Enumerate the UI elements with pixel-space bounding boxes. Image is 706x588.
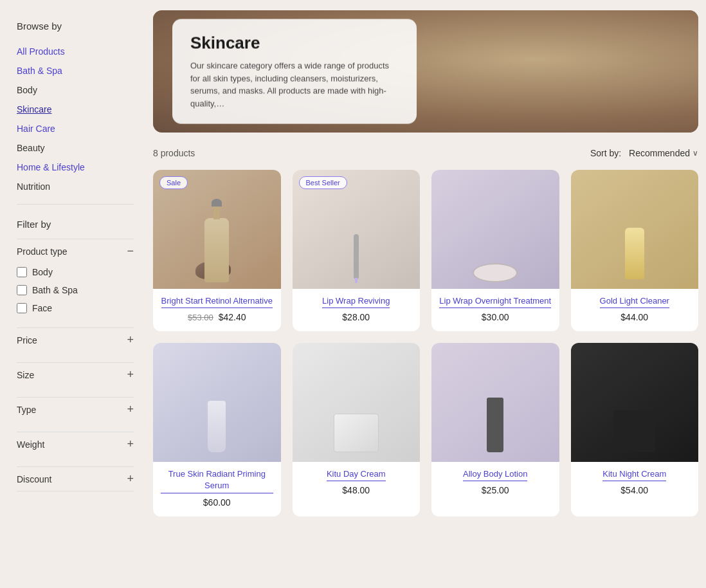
product-price-day-cream: $48.00 xyxy=(300,485,413,495)
filter-discount-bottom-divider xyxy=(17,491,134,492)
sort-label: Sort by: xyxy=(590,148,621,158)
sidebar-item-skincare[interactable]: Skincare xyxy=(8,100,143,119)
sort-control[interactable]: Sort by: Recommended ∨ xyxy=(590,148,698,158)
filter-discount-toggle[interactable]: + xyxy=(127,472,134,486)
product-info-lip-reviving: Lip Wrap Reviving $28.00 xyxy=(293,289,421,331)
filter-price-header[interactable]: Price + xyxy=(8,328,143,352)
product-name-retinol: Bright Start Retinol Alternative xyxy=(161,295,273,308)
product-card-night-cream[interactable]: Kitu Night Cream $54.00 xyxy=(571,343,699,516)
filter-checkbox-face[interactable]: Face xyxy=(8,299,143,317)
filter-group-price: Price + xyxy=(8,322,143,357)
filter-size-header[interactable]: Size + xyxy=(8,363,143,387)
product-badge-best-seller: Best Seller xyxy=(299,176,347,189)
filter-group-discount: Discount + xyxy=(8,461,143,497)
product-img-day-cream xyxy=(293,343,421,462)
filter-price-label: Price xyxy=(17,335,37,345)
product-img-gold-cleaner xyxy=(571,170,699,289)
product-info-day-cream: Kitu Day Cream $48.00 xyxy=(293,462,421,504)
bottle-shape-retinol xyxy=(204,218,229,282)
sidebar-item-body[interactable]: Body xyxy=(8,80,143,100)
browse-by-heading: Browse by xyxy=(8,15,143,42)
product-name-day-cream: Kitu Day Cream xyxy=(300,468,413,481)
box-shape-kitu xyxy=(334,414,379,452)
sidebar-item-hair-care[interactable]: Hair Care xyxy=(8,119,143,138)
filter-checkbox-body-label: Body xyxy=(32,267,53,277)
product-card-priming-serum[interactable]: True Skin Radiant Priming Serum $60.00 xyxy=(153,343,281,516)
product-img-lip-overnight xyxy=(431,170,559,289)
tube-shape-priming xyxy=(208,401,226,452)
hero-title: Skincare xyxy=(190,33,399,53)
filter-type-header[interactable]: Type + xyxy=(8,398,143,421)
product-original-price-retinol: $53.00 xyxy=(188,313,213,322)
filter-type-toggle[interactable]: + xyxy=(127,403,134,416)
sort-chevron-icon: ∨ xyxy=(692,149,698,158)
sidebar: Browse by All Products Bath & Spa Body S… xyxy=(8,10,143,517)
product-price-body-lotion: $25.00 xyxy=(439,485,552,495)
filter-product-type-label: Product type xyxy=(17,246,68,257)
filter-discount-header[interactable]: Discount + xyxy=(8,467,143,491)
product-img-lip-reviving: Best Seller xyxy=(293,170,421,289)
filter-checkbox-bath-spa[interactable]: Bath & Spa xyxy=(8,281,143,299)
box-shape-night xyxy=(613,410,655,452)
sidebar-divider xyxy=(17,204,134,205)
filter-type-label: Type xyxy=(17,405,36,415)
product-name-priming-serum: True Skin Radiant Priming Serum xyxy=(161,468,273,493)
bottle-shape-gold xyxy=(625,228,644,279)
hero-banner: Skincare Our skincare category offers a … xyxy=(153,10,698,133)
products-count: 8 products xyxy=(153,148,195,158)
product-name-lip-reviving: Lip Wrap Reviving xyxy=(300,295,413,308)
filter-checkbox-body[interactable]: Body xyxy=(8,263,143,281)
product-price-lip-overnight: $30.00 xyxy=(439,312,552,322)
product-name-body-lotion: Alloy Body Lotion xyxy=(439,468,552,481)
product-card-body-lotion[interactable]: Alloy Body Lotion $25.00 xyxy=(431,343,559,516)
product-price-priming-serum: $60.00 xyxy=(161,497,273,508)
filter-size-toggle[interactable]: + xyxy=(127,368,134,381)
filter-checkbox-face-input[interactable] xyxy=(17,303,27,313)
filter-group-size: Size + xyxy=(8,357,143,392)
bottle-shape-lotion xyxy=(487,398,503,452)
product-sale-price-retinol: $42.40 xyxy=(219,312,246,322)
main-content: Skincare Our skincare category offers a … xyxy=(143,10,698,517)
product-img-priming xyxy=(153,343,281,462)
filter-group-product-type: Product type − Body Bath & Spa Face xyxy=(8,234,143,322)
sidebar-item-nutrition[interactable]: Nutrition xyxy=(8,177,143,196)
filter-weight-header[interactable]: Weight + xyxy=(8,432,143,456)
product-name-gold-cleaner: Gold Light Cleaner xyxy=(579,295,691,308)
product-name-lip-overnight: Lip Wrap Overnight Treatment xyxy=(439,295,552,308)
product-info-night-cream: Kitu Night Cream $54.00 xyxy=(571,462,699,504)
products-grid: Sale Bright Start Retinol Alternative $5… xyxy=(153,170,698,517)
sidebar-item-beauty[interactable]: Beauty xyxy=(8,138,143,158)
products-header: 8 products Sort by: Recommended ∨ xyxy=(153,148,698,158)
filter-product-type-toggle[interactable]: − xyxy=(127,244,134,258)
filter-checkbox-body-input[interactable] xyxy=(17,267,27,277)
sidebar-item-home-lifestyle[interactable]: Home & Lifestyle xyxy=(8,158,143,177)
product-price-retinol: $53.00 $42.40 xyxy=(161,312,273,322)
filter-price-toggle[interactable]: + xyxy=(127,333,134,347)
product-card-lip-reviving[interactable]: Best Seller Lip Wrap Reviving $28.00 xyxy=(293,170,421,331)
product-img-retinol: Sale xyxy=(153,170,281,289)
filter-group-weight: Weight + xyxy=(8,427,143,461)
product-card-gold-cleaner[interactable]: Gold Light Cleaner $44.00 xyxy=(571,170,699,331)
product-card-day-cream[interactable]: Kitu Day Cream $48.00 xyxy=(293,343,421,516)
product-info-body-lotion: Alloy Body Lotion $25.00 xyxy=(431,462,559,504)
product-price-lip-reviving: $28.00 xyxy=(300,312,413,322)
filter-product-type-header[interactable]: Product type − xyxy=(8,239,143,263)
filter-weight-toggle[interactable]: + xyxy=(127,437,134,451)
hero-description: Our skincare category offers a wide rang… xyxy=(190,60,399,110)
sort-value: Recommended xyxy=(629,148,690,158)
product-card-lip-overnight[interactable]: Lip Wrap Overnight Treatment $30.00 xyxy=(431,170,559,331)
filter-weight-label: Weight xyxy=(17,439,44,450)
product-info-lip-overnight: Lip Wrap Overnight Treatment $30.00 xyxy=(431,289,559,331)
sidebar-item-bath-spa[interactable]: Bath & Spa xyxy=(8,61,143,80)
sidebar-item-all-products[interactable]: All Products xyxy=(8,42,143,61)
filter-size-label: Size xyxy=(17,370,34,380)
product-info-gold-cleaner: Gold Light Cleaner $44.00 xyxy=(571,289,699,331)
jar-shape-lip xyxy=(473,263,518,282)
filter-checkbox-bath-spa-label: Bath & Spa xyxy=(32,285,78,295)
filter-discount-label: Discount xyxy=(17,474,51,484)
product-info-priming-serum: True Skin Radiant Priming Serum $60.00 xyxy=(153,462,281,516)
filter-checkbox-bath-spa-input[interactable] xyxy=(17,285,27,295)
filter-group-type: Type + xyxy=(8,392,143,427)
product-card-bright-retinol[interactable]: Sale Bright Start Retinol Alternative $5… xyxy=(153,170,281,331)
product-img-body-lotion xyxy=(431,343,559,462)
